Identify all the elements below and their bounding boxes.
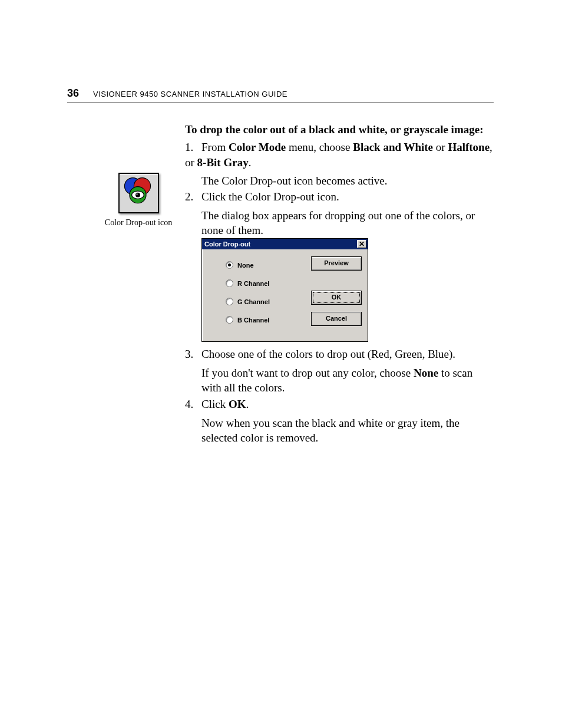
radio-label: G Channel [237,298,270,305]
step-1-bold-bw: Black and White [353,141,433,153]
step-1-bold-color-mode: Color Mode [229,141,286,153]
radio-group: None R Channel G Channel B Channel [208,256,311,333]
preview-button[interactable]: Preview [311,256,362,271]
radio-g-channel[interactable]: G Channel [226,298,311,305]
step-2-text: Click the Color Drop-out icon. [201,190,339,203]
page-header: 36 VISIONEER 9450 SCANNER INSTALLATION G… [67,87,491,100]
step-2-number: 2. [185,189,201,205]
step-1: 1.From Color Mode menu, choose Black and… [185,140,494,189]
step-1-text: or [433,141,448,153]
ok-button[interactable]: OK [311,291,362,305]
step-1-text: menu, choose [286,141,353,153]
close-icon[interactable]: ✕ [357,240,366,248]
radio-icon [226,298,233,305]
color-drop-out-icon [118,173,159,213]
step-4-number: 4. [185,397,201,412]
svg-point-5 [136,193,137,195]
step-2-para: The dialog box appears for dropping out … [201,208,494,238]
step-3: 3.Choose one of the colors to drop out (… [185,347,494,396]
aside-icon-block: Color Drop-out icon [103,173,174,228]
radio-icon [226,261,233,269]
dialog-titlebar: Color Drop-out ✕ [202,239,368,249]
step-1-para: The Color Drop-out icon becomes active. [201,173,494,189]
header-title: VISIONEER 9450 SCANNER INSTALLATION GUID… [93,90,287,98]
section-heading: To drop the color out of a black and whi… [185,123,494,136]
cancel-button[interactable]: Cancel [311,312,362,326]
aside-caption: Color Drop-out icon [103,218,174,228]
header-rule [67,103,494,103]
step-3-para-text: If you don't want to drop out any color,… [201,367,414,379]
radio-icon [226,316,233,324]
step-1-bold-8bit: 8-Bit Gray [197,156,249,169]
step-3-number: 3. [185,347,201,362]
step-1-number: 1. [185,140,201,155]
step-4-text: Click [201,398,229,410]
step-4-text: . [246,398,249,410]
radio-r-channel[interactable]: R Channel [226,279,311,287]
radio-icon [226,279,233,287]
color-dropout-dialog: Color Drop-out ✕ None R Channel G Chann [201,238,368,342]
radio-none[interactable]: None [226,261,311,269]
svg-point-4 [135,193,140,197]
step-3-text: Choose one of the colors to drop out (Re… [201,348,455,360]
dialog-title: Color Drop-out [204,241,250,248]
step-3-bold-none: None [414,367,438,379]
radio-label: None [237,262,254,269]
step-3-para: If you don't want to drop out any color,… [201,365,494,396]
page-number: 36 [67,87,79,100]
step-2: 2.Click the Color Drop-out icon. The dia… [185,189,494,238]
step-4: 4.Click OK. Now when you scan the black … [185,397,494,446]
step-4-para: Now when you scan the black and white or… [201,416,494,446]
radio-label: R Channel [237,280,269,287]
radio-b-channel[interactable]: B Channel [226,316,311,324]
step-4-bold-ok: OK [229,398,246,410]
step-1-text: From [201,141,229,153]
radio-label: B Channel [237,317,269,324]
step-1-text: . [249,156,252,169]
step-1-bold-halftone: Halftone [448,141,490,153]
